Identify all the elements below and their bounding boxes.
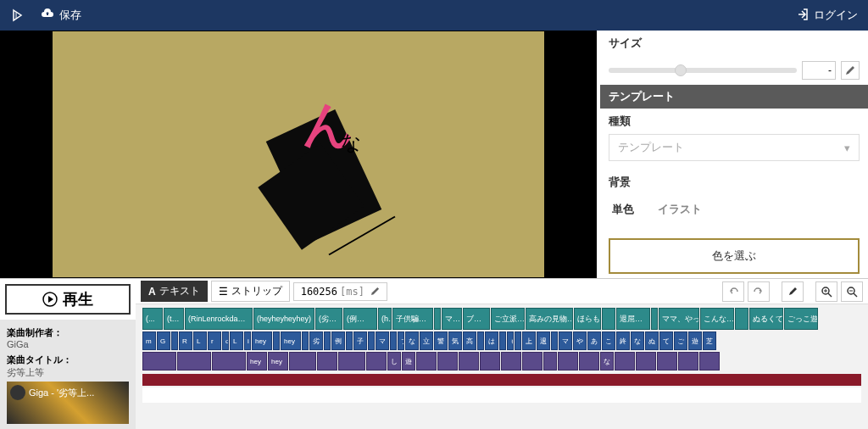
timeline-clip[interactable]: 子供騙…	[392, 308, 433, 330]
timeline-clip[interactable]	[346, 332, 353, 350]
zoom-in-button[interactable]	[815, 281, 837, 302]
timeline-clip[interactable]: こ	[602, 332, 615, 350]
timeline-clip[interactable]	[302, 332, 309, 350]
timeline-clip[interactable]: L	[230, 332, 243, 350]
timeline-clip[interactable]	[657, 352, 677, 370]
timeline-clip[interactable]: て	[659, 332, 673, 350]
timeline-clip[interactable]: 芝	[703, 332, 716, 350]
timeline-clip[interactable]: な	[405, 332, 419, 350]
timeline-clip[interactable]	[636, 352, 656, 370]
timeline-clip[interactable]: 上	[522, 332, 536, 350]
timeline-clip[interactable]	[735, 308, 748, 330]
app-logo-icon[interactable]	[10, 8, 25, 23]
eyedropper-button[interactable]	[782, 281, 804, 302]
timeline-clip[interactable]: G	[157, 332, 170, 350]
timeline-clip[interactable]	[515, 332, 521, 350]
timeline-clip[interactable]: hey	[247, 352, 267, 370]
timeline-clip[interactable]: あ	[587, 332, 601, 350]
timeline-clip[interactable]: (...	[142, 308, 163, 330]
color-select-button[interactable]: 色を選ぶ	[609, 238, 860, 274]
timeline-clip[interactable]: な	[631, 332, 644, 350]
timeline-clip[interactable]: hey	[281, 332, 301, 350]
timeline-tracks[interactable]: (...(t…(RinLenrockda…(heyheyheyhey)(劣…(例…	[136, 304, 868, 429]
timeline-clip[interactable]: (例…	[343, 308, 377, 330]
timeline-clip[interactable]: 例	[331, 332, 345, 350]
strip-mode-button[interactable]: ☰ ストリップ	[211, 281, 290, 302]
timeline-clip[interactable]	[434, 308, 441, 330]
timeline-clip[interactable]: 退	[537, 332, 550, 350]
timeline-clip[interactable]	[366, 352, 387, 370]
timeline-clip[interactable]: 遊	[402, 352, 415, 370]
tab-solid-color[interactable]: 単色	[609, 195, 637, 224]
track-sub[interactable]: heyheyし遊な	[142, 352, 861, 370]
text-mode-button[interactable]: A テキスト	[141, 281, 208, 302]
timeline-clip[interactable]: 立	[420, 332, 433, 350]
timeline-clip[interactable]: な	[600, 352, 614, 370]
timeline-clip[interactable]: (h…	[378, 308, 392, 330]
pencil-icon[interactable]	[370, 287, 380, 296]
timeline-clip[interactable]: 高みの見物…	[526, 308, 573, 330]
timeline-clip[interactable]: ぬ	[645, 332, 659, 350]
timeline-clip[interactable]: o	[222, 332, 229, 350]
timeline-clip[interactable]	[416, 352, 437, 370]
timeline-clip[interactable]: ご	[674, 332, 687, 350]
track-lyrics[interactable]: (...(t…(RinLenrockda…(heyheyheyhey)(劣…(例…	[142, 308, 861, 330]
timeline-clip[interactable]	[177, 352, 211, 370]
timeline-clip[interactable]	[142, 352, 176, 370]
timeline-clip[interactable]: も	[507, 332, 514, 350]
timeline-clip[interactable]: L	[193, 332, 207, 350]
timeline-clip[interactable]: や	[573, 332, 587, 350]
timeline-clip[interactable]	[212, 352, 246, 370]
edit-size-button[interactable]	[841, 61, 860, 80]
timeline-clip[interactable]: m	[142, 332, 156, 350]
timeline-clip[interactable]: R	[179, 332, 192, 350]
tab-illustration[interactable]: イラスト	[654, 195, 705, 224]
timeline-clip[interactable]	[338, 352, 365, 370]
timeline-clip[interactable]	[501, 352, 521, 370]
timeline-clip[interactable]: (RinLenrockda…	[185, 308, 253, 330]
timeline-clip[interactable]: 警	[434, 332, 448, 350]
timeline-clip[interactable]	[171, 332, 178, 350]
timeline-clip[interactable]	[558, 352, 578, 370]
timeline-clip[interactable]: hey	[268, 352, 288, 370]
timeline-clip[interactable]: 遊	[688, 332, 702, 350]
timeline-clip[interactable]: (劣…	[315, 308, 342, 330]
timeline-clip[interactable]: (heyheyheyhey)	[253, 308, 314, 330]
timeline-clip[interactable]	[459, 352, 479, 370]
template-dropdown[interactable]: テンプレート ▾	[609, 134, 860, 161]
timeline-clip[interactable]	[477, 332, 484, 350]
timeline-clip[interactable]	[551, 332, 558, 350]
track-audio[interactable]	[142, 374, 861, 386]
timeline-clip[interactable]: し	[387, 352, 401, 370]
timeline-clip[interactable]	[324, 332, 331, 350]
timeline-clip[interactable]: 終	[616, 332, 630, 350]
timeline-clip[interactable]	[499, 332, 506, 350]
timeline-clip[interactable]	[615, 352, 635, 370]
timeline-clip[interactable]	[651, 308, 658, 330]
timeline-clip[interactable]: ブ	[398, 332, 404, 350]
timeline-clip[interactable]	[602, 308, 615, 330]
timeline-clip[interactable]	[579, 352, 599, 370]
timeline-clip[interactable]: 子	[353, 332, 367, 350]
timeline-clip[interactable]: ブ…	[463, 308, 490, 330]
timeline-clip[interactable]: ほらも…	[574, 308, 601, 330]
timeline-clip[interactable]: (t…	[164, 308, 184, 330]
timeline-clip[interactable]: ごっこ遊	[784, 308, 818, 330]
timeline-clip[interactable]: は	[485, 332, 498, 350]
timeline-clip[interactable]: r	[208, 332, 221, 350]
timeline-clip[interactable]: 劣	[309, 332, 323, 350]
timeline-clip[interactable]	[699, 352, 720, 370]
track-chars[interactable]: mGRLroLiheyhey劣例子マブな立警気高はも上退マやあこ終なぬてご遊芝	[142, 332, 861, 350]
timeline-clip[interactable]: 気	[448, 332, 462, 350]
timeline-clip[interactable]	[390, 332, 397, 350]
preview-canvas[interactable]: ん な	[53, 31, 544, 277]
undo-button[interactable]	[722, 281, 744, 302]
size-input[interactable]	[802, 61, 836, 80]
timeline-clip[interactable]: hey	[252, 332, 272, 350]
timeline-clip[interactable]	[289, 352, 316, 370]
timeline-clip[interactable]	[368, 332, 375, 350]
login-button[interactable]: ログイン	[797, 8, 858, 23]
timeline-clip[interactable]: ご立派…	[491, 308, 525, 330]
timeline-clip[interactable]: マ	[376, 332, 389, 350]
timeline-clip[interactable]: 高	[463, 332, 476, 350]
